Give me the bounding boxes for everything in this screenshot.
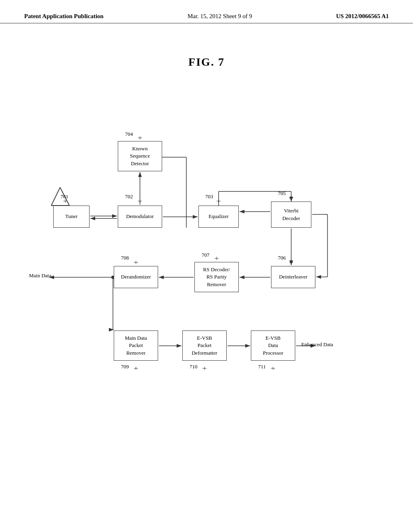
label-704: 704	[125, 131, 133, 137]
rs-decoder-box: RS Decoder/ RS Parity Remover	[194, 262, 239, 292]
label-701: 701	[60, 193, 69, 200]
demodulator-box: Demodulator	[118, 206, 162, 228]
main-data-packet-remover-box: Main Data Packet Remover	[114, 330, 158, 361]
label-main-data: Main Data	[29, 272, 51, 279]
known-seq-detector-box: Known Sequence Detector	[118, 141, 162, 171]
tuner-box: Tuner	[53, 206, 90, 228]
diagram: Tuner Demodulator Known Sequence Detecto…	[25, 85, 388, 415]
patent-header: Patent Application Publication Mar. 15, …	[0, 0, 413, 23]
evsb-data-processor-box: E-VSB Data Processor	[251, 330, 295, 361]
header-right: US 2012/0066565 A1	[336, 13, 389, 20]
equalizer-box: Equalizer	[198, 206, 239, 228]
label-708: 708	[121, 255, 129, 261]
deinterleaver-box: Deinterleaver	[271, 266, 315, 288]
label-703: 703	[205, 193, 213, 200]
evsb-packet-deformatter-box: E-VSB Packet Deformatter	[182, 330, 227, 361]
label-706: 706	[278, 255, 286, 261]
label-705: 705	[278, 190, 286, 197]
viterbi-decoder-box: Viterbi Decoder	[271, 202, 311, 228]
header-left: Patent Application Publication	[24, 13, 104, 20]
diagram-arrows	[25, 85, 388, 415]
label-709: 709	[121, 364, 129, 370]
header-center: Mar. 15, 2012 Sheet 9 of 9	[188, 13, 252, 20]
label-711: 711	[258, 364, 266, 370]
label-707: 707	[202, 252, 210, 258]
label-enhanced-data: Enhanced Data	[301, 341, 333, 348]
derandomizer-box: Derandomizer	[114, 266, 158, 288]
label-702: 702	[125, 193, 133, 200]
svg-line-47	[51, 187, 60, 206]
label-710: 710	[190, 364, 198, 370]
figure-title: FIG. 7	[0, 56, 413, 69]
